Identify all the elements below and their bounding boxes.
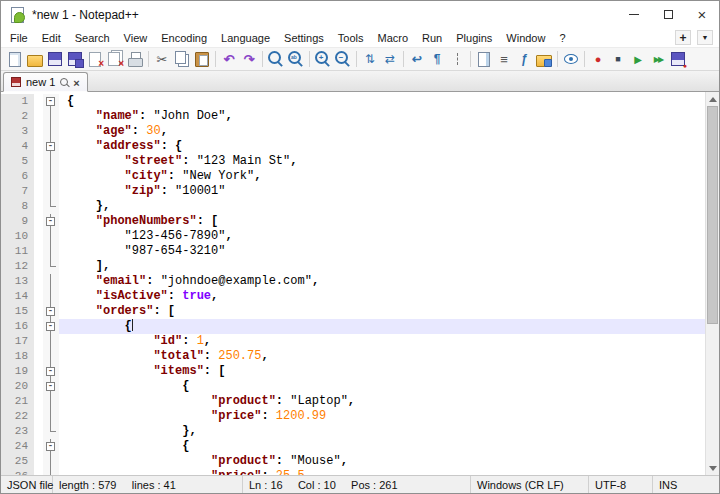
code-text[interactable]: "price": 25.5: [59, 469, 705, 475]
save-icon[interactable]: [46, 49, 64, 69]
line-number[interactable]: 1: [1, 94, 34, 109]
scroll-down-button[interactable]: [706, 461, 719, 475]
editor-line-4[interactable]: 4- "address": {: [1, 139, 705, 154]
code-text[interactable]: ],: [59, 259, 705, 274]
editor[interactable]: 1-{2 "name": "John Doe",3 "age": 30,4- "…: [1, 92, 719, 475]
code-text[interactable]: "isActive": true,: [59, 289, 705, 304]
code-text[interactable]: "zip": "10001": [59, 184, 705, 199]
line-number[interactable]: 21: [1, 394, 34, 409]
code-text[interactable]: {: [59, 319, 705, 334]
editor-line-2[interactable]: 2 "name": "John Doe",: [1, 109, 705, 124]
editor-line-5[interactable]: 5 "street": "123 Main St",: [1, 154, 705, 169]
save-all-icon[interactable]: [66, 49, 84, 69]
line-number[interactable]: 19: [1, 364, 34, 379]
bookmark-margin[interactable]: [34, 439, 43, 454]
status-eol-format[interactable]: Windows (CR LF): [471, 476, 589, 493]
fold-margin[interactable]: -: [43, 439, 59, 454]
word-wrap-icon[interactable]: [408, 49, 426, 69]
code-text[interactable]: "orders": [: [59, 304, 705, 319]
folder-as-workspace-icon[interactable]: [535, 49, 553, 69]
macro-record-icon[interactable]: [589, 49, 607, 69]
macro-stop-icon[interactable]: [609, 49, 627, 69]
code-text[interactable]: },: [59, 424, 705, 439]
editor-line-8[interactable]: 8 },: [1, 199, 705, 214]
replace-icon[interactable]: [287, 49, 305, 69]
code-text[interactable]: "product": "Laptop",: [59, 394, 705, 409]
line-number[interactable]: 17: [1, 334, 34, 349]
editor-line-23[interactable]: 23 },: [1, 424, 705, 439]
scroll-up-button[interactable]: [706, 92, 719, 106]
line-number[interactable]: 15: [1, 304, 34, 319]
code-text[interactable]: {: [59, 94, 705, 109]
sync-scroll-h-icon[interactable]: [381, 49, 399, 69]
editor-line-26[interactable]: 26 "price": 25.5: [1, 469, 705, 475]
bookmark-margin[interactable]: [34, 124, 43, 139]
line-number[interactable]: 22: [1, 409, 34, 424]
function-list-icon[interactable]: [515, 49, 533, 69]
line-number[interactable]: 9: [1, 214, 34, 229]
editor-line-19[interactable]: 19- "items": [: [1, 364, 705, 379]
macro-play-icon[interactable]: [629, 49, 647, 69]
bookmark-margin[interactable]: [34, 184, 43, 199]
show-all-characters-icon[interactable]: [428, 49, 446, 69]
fold-toggle-icon[interactable]: -: [46, 382, 55, 391]
fold-margin[interactable]: -: [43, 304, 59, 319]
zoom-in-icon[interactable]: [314, 49, 332, 69]
bookmark-margin[interactable]: [34, 424, 43, 439]
editor-line-13[interactable]: 13 "email": "johndoe@example.com",: [1, 274, 705, 289]
editor-line-6[interactable]: 6 "city": "New York",: [1, 169, 705, 184]
line-number[interactable]: 13: [1, 274, 34, 289]
minimize-button[interactable]: [617, 1, 651, 28]
editor-line-14[interactable]: 14 "isActive": true,: [1, 289, 705, 304]
bookmark-margin[interactable]: [34, 229, 43, 244]
close-file-icon[interactable]: [86, 49, 104, 69]
open-file-icon[interactable]: [26, 49, 44, 69]
editor-line-25[interactable]: 25 "product": "Mouse",: [1, 454, 705, 469]
code-text[interactable]: "123-456-7890",: [59, 229, 705, 244]
menu-item-language[interactable]: Language: [214, 32, 277, 44]
bookmark-margin[interactable]: [34, 394, 43, 409]
bookmark-margin[interactable]: [34, 409, 43, 424]
bookmark-margin[interactable]: [34, 169, 43, 184]
bookmark-margin[interactable]: [34, 244, 43, 259]
code-text[interactable]: "city": "New York",: [59, 169, 705, 184]
code-text[interactable]: "price": 1200.99: [59, 409, 705, 424]
editor-line-20[interactable]: 20- {: [1, 379, 705, 394]
line-number[interactable]: 11: [1, 244, 34, 259]
menu-item-file[interactable]: File: [3, 32, 35, 44]
vertical-scrollbar[interactable]: [705, 92, 719, 475]
bookmark-margin[interactable]: [34, 154, 43, 169]
tab-new-1[interactable]: new 1: [3, 72, 88, 92]
status-encoding[interactable]: UTF-8: [589, 476, 653, 493]
copy-icon[interactable]: [173, 49, 191, 69]
menu-item-run[interactable]: Run: [415, 32, 449, 44]
cut-icon[interactable]: [153, 49, 171, 69]
line-number[interactable]: 20: [1, 379, 34, 394]
line-number[interactable]: 4: [1, 139, 34, 154]
editor-line-3[interactable]: 3 "age": 30,: [1, 124, 705, 139]
bookmark-margin[interactable]: [34, 469, 43, 475]
line-number[interactable]: 26: [1, 469, 34, 475]
new-tab-icon[interactable]: [675, 30, 691, 45]
editor-line-7[interactable]: 7 "zip": "10001": [1, 184, 705, 199]
editor-line-11[interactable]: 11 "987-654-3210": [1, 244, 705, 259]
fold-margin[interactable]: -: [43, 364, 59, 379]
code-text[interactable]: "product": "Mouse",: [59, 454, 705, 469]
editor-line-17[interactable]: 17 "id": 1,: [1, 334, 705, 349]
monitoring-icon[interactable]: [562, 49, 580, 69]
bookmark-margin[interactable]: [34, 109, 43, 124]
editor-line-10[interactable]: 10 "123-456-7890",: [1, 229, 705, 244]
line-number[interactable]: 8: [1, 199, 34, 214]
pin-tab-icon[interactable]: [60, 78, 68, 86]
editor-line-9[interactable]: 9- "phoneNumbers": [: [1, 214, 705, 229]
bookmark-margin[interactable]: [34, 139, 43, 154]
scrollbar-thumb[interactable]: [707, 106, 718, 324]
editor-line-1[interactable]: 1-{: [1, 94, 705, 109]
bookmark-margin[interactable]: [34, 364, 43, 379]
menu-item-tools[interactable]: Tools: [331, 32, 371, 44]
bookmark-margin[interactable]: [34, 259, 43, 274]
bookmark-margin[interactable]: [34, 199, 43, 214]
editor-line-21[interactable]: 21 "product": "Laptop",: [1, 394, 705, 409]
menu-item-macro[interactable]: Macro: [370, 32, 415, 44]
code-text[interactable]: "id": 1,: [59, 334, 705, 349]
